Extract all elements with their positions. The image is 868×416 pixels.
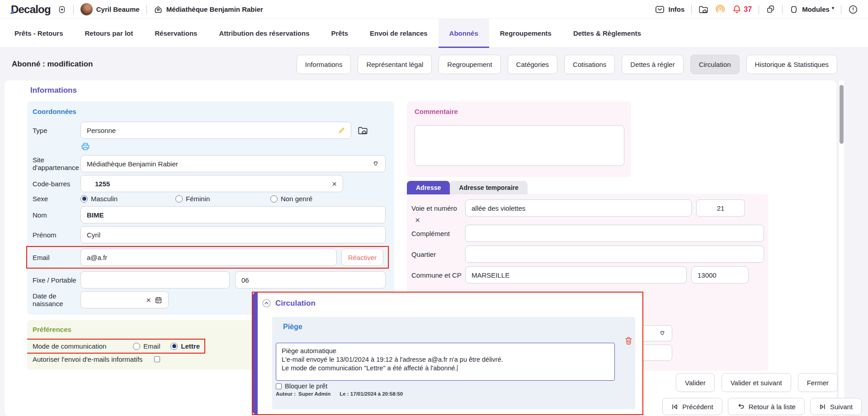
calendar-icon[interactable] (155, 296, 162, 304)
complement-input[interactable] (465, 225, 764, 242)
modules-icon (789, 5, 798, 14)
email-input[interactable]: a@a.fr (80, 249, 337, 266)
tab-prets[interactable]: Prêts (320, 19, 359, 47)
retour-liste-button[interactable]: Retour à la liste (728, 398, 805, 415)
tab-abonnes[interactable]: Abonnés (439, 19, 489, 47)
tab-attribution-reservations[interactable]: Attribution des réservations (208, 19, 320, 47)
tab-adresse-temporaire[interactable]: Adresse temporaire (450, 181, 528, 194)
circulation-heading: Circulation (275, 299, 316, 308)
current-user[interactable]: Cyril Beaume (80, 3, 140, 15)
modules-menu[interactable]: Modules ▾ (789, 5, 834, 14)
fermer-button[interactable]: Fermer (798, 373, 838, 392)
current-library[interactable]: Médiathèque Benjamin Rabier (154, 5, 263, 14)
cp-input[interactable]: 13000 (691, 266, 749, 284)
select-arrow-icon[interactable] (372, 160, 379, 167)
nom-label: Nom (33, 211, 80, 219)
voie-input[interactable]: allée des violettes (465, 199, 692, 217)
type-row: Type Personne (33, 122, 389, 139)
precedent-button[interactable]: Précédent (662, 398, 722, 415)
printer-icon[interactable] (80, 142, 389, 151)
bloquer-pret-checkbox[interactable] (276, 383, 282, 389)
bloquer-pret-label: Bloquer le prêt (285, 383, 327, 390)
nom-input[interactable]: BIME (80, 206, 386, 223)
commentaire-heading: Commentaire (415, 108, 623, 115)
info-circle-icon[interactable] (848, 5, 858, 14)
suivant-button[interactable]: Suivant (810, 398, 862, 415)
divider (691, 5, 692, 14)
site-select[interactable]: Médiathèque Benjamin Rabier (80, 155, 386, 172)
btn-dettes-a-regler[interactable]: Dettes à régler (622, 55, 683, 74)
signal-icon[interactable] (715, 5, 725, 14)
piege-textarea[interactable]: Piège automatique L'e-mail envoyé le 13/… (276, 343, 615, 381)
btn-categories[interactable]: Catégories (508, 55, 558, 74)
btn-regroupement[interactable]: Regroupement (439, 55, 500, 74)
return-icon (737, 403, 745, 410)
tab-dettes-reglements[interactable]: Dettes & Règlements (562, 19, 652, 47)
infos-button[interactable]: Infos (655, 5, 684, 14)
piege-date: Le : 17/01/2024 à 20:58:50 (340, 391, 403, 397)
site-label: Site d'appartenance (33, 156, 80, 171)
divider (73, 5, 74, 14)
piege-author-row: Auteur : Super Admin Le : 17/01/2024 à 2… (276, 391, 635, 397)
bloquer-pret-row: Bloquer le prêt (276, 383, 635, 390)
tab-reservations[interactable]: Réservations (144, 19, 208, 47)
trash-icon[interactable] (624, 336, 633, 346)
btn-representant-legal[interactable]: Représentant légal (358, 55, 432, 74)
numero-input[interactable]: 21 (696, 199, 745, 217)
radio-feminin[interactable]: Féminin (175, 195, 270, 203)
barcode-input[interactable]: 1255 × (80, 175, 343, 192)
btn-informations[interactable]: Informations (297, 55, 351, 74)
scrollbar-thumb[interactable] (840, 85, 844, 144)
radio-mode-email[interactable]: Email (133, 342, 170, 350)
radio-mode-lettre[interactable]: Lettre (170, 342, 200, 350)
commune-input[interactable]: MARSEILLE (465, 266, 687, 284)
valider-suivant-button[interactable]: Valider et suivant (722, 373, 791, 392)
radio-non-genre[interactable]: Non genré (270, 195, 365, 203)
commentaire-textarea[interactable] (415, 125, 624, 166)
btn-historique-statistiques[interactable]: Historique & Statistiques (746, 55, 837, 74)
quartier-input[interactable] (465, 246, 764, 263)
mail-icon (655, 5, 665, 14)
reactiver-button[interactable]: Réactiver (341, 249, 383, 266)
folder-cloud-icon[interactable] (698, 5, 708, 14)
notifications-button[interactable]: 37 (732, 5, 752, 14)
radio-dot (270, 195, 278, 203)
print-card-row (80, 142, 389, 151)
autoriser-emails-checkbox[interactable] (154, 356, 160, 362)
home-icon (154, 5, 163, 14)
prenom-input[interactable]: Cyril (80, 226, 386, 243)
barcode-label: Code-barres (33, 180, 80, 188)
clear-x-icon[interactable]: × (146, 296, 151, 304)
collapse-chevron-icon[interactable] (262, 298, 271, 308)
overlay-accent-bar (253, 293, 258, 414)
type-label: Type (33, 127, 80, 134)
decalog-logo[interactable]: Decalog (10, 3, 51, 16)
btn-circulation[interactable]: Circulation (690, 55, 740, 74)
bell-icon (732, 5, 742, 14)
device-icon[interactable] (57, 5, 66, 14)
tab-adresse[interactable]: Adresse (407, 181, 450, 194)
user-name: Cyril Beaume (96, 5, 140, 13)
tab-envoi-relances[interactable]: Envoi de relances (359, 19, 439, 47)
btn-cotisations[interactable]: Cotisations (564, 55, 615, 74)
birthdate-input[interactable]: × (80, 291, 169, 308)
valider-button[interactable]: Valider (676, 373, 715, 392)
tab-regroupements[interactable]: Regroupements (489, 19, 562, 47)
commune-row: Commune et CP MARSEILLE 13000 (411, 266, 764, 284)
phone-label: Fixe / Portable (33, 276, 80, 284)
edit-pencil-icon[interactable] (338, 127, 345, 134)
select-arrow-icon[interactable] (659, 330, 666, 337)
radio-masculin[interactable]: Masculin (80, 195, 175, 203)
scrollbar[interactable] (839, 80, 844, 416)
tab-retours-par-lot[interactable]: Retours par lot (74, 19, 144, 47)
phone-fixed-input[interactable] (80, 271, 230, 288)
piege-heading: Piège (283, 323, 635, 331)
type-input[interactable]: Personne (80, 122, 351, 139)
tab-prets-retours[interactable]: Prêts - Retours (4, 19, 74, 47)
copy-pages-icon[interactable] (766, 5, 775, 14)
contact-folder-icon[interactable] (358, 126, 368, 135)
divider (146, 5, 147, 14)
phone-mobile-input[interactable]: 06 (235, 271, 386, 288)
clear-x-icon[interactable]: × (332, 180, 337, 188)
clear-x-icon[interactable]: × (415, 215, 420, 225)
